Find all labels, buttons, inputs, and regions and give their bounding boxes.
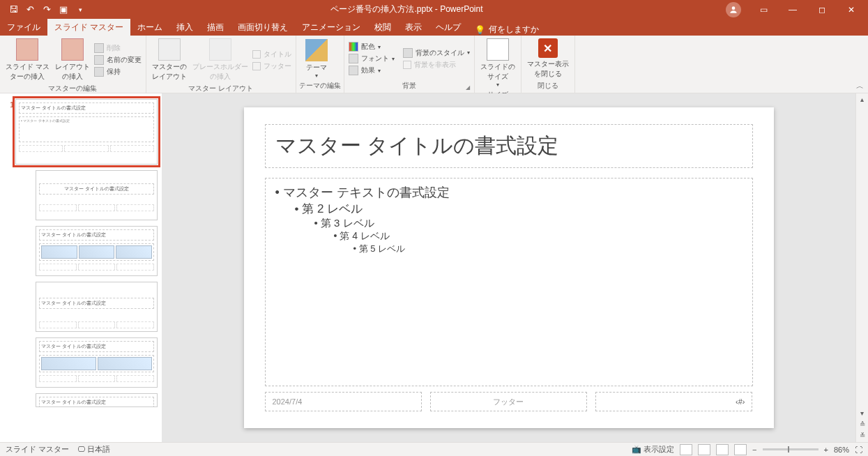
insert-slide-master-button[interactable]: スライド マス ターの挿入 — [3, 37, 52, 83]
close-master-icon: ✕ — [538, 38, 558, 58]
rename-icon — [94, 55, 104, 65]
rename-button[interactable]: 名前の変更 — [93, 54, 143, 66]
tab-home[interactable]: ホーム — [130, 19, 169, 36]
zoom-slider[interactable] — [763, 448, 818, 450]
body-level-2[interactable]: 第 2 レベル — [275, 201, 743, 217]
bg-style-button[interactable]: 背景のスタイル ▾ — [402, 47, 471, 59]
tab-review[interactable]: 校閲 — [367, 19, 398, 36]
layout-thumbnail[interactable]: マスター タイトルの書式設定 — [36, 226, 158, 276]
thumbnail-number: 1 — [4, 99, 14, 109]
tab-file[interactable]: ファイル — [0, 19, 47, 36]
ribbon-display-icon[interactable]: ▭ — [749, 0, 777, 19]
qat-dropdown-icon[interactable]: ▾ — [73, 2, 88, 17]
undo-icon[interactable]: ↶ — [22, 2, 38, 17]
body-level-4[interactable]: 第 4 レベル — [275, 230, 743, 243]
effects-icon — [349, 66, 358, 75]
tab-help[interactable]: ヘルプ — [429, 19, 468, 36]
view-mode-label: スライド マスター — [6, 444, 69, 455]
group-label-master-layout: マスター レイアウト — [149, 83, 293, 94]
effects-button[interactable]: 効果 ▾ — [347, 65, 396, 76]
reading-view-button[interactable] — [716, 444, 729, 455]
slide-number-placeholder[interactable]: ‹#› — [595, 392, 752, 411]
master-thumbnail[interactable]: マスター タイトルの書式設定 • マスター テキストの書式設定 — [15, 99, 158, 165]
maximize-button[interactable]: ◻ — [808, 0, 836, 19]
slide-canvas-area[interactable]: マスター タイトルの書式設定 マスター テキストの書式設定 第 2 レベル 第 … — [162, 93, 855, 442]
master-layout-button[interactable]: マスターの レイアウト — [149, 37, 190, 83]
hide-bg-checkbox: 背景を非表示 — [402, 59, 471, 70]
group-theme: テーマ▾ テーマの編集 — [296, 36, 344, 93]
next-slide-icon[interactable]: ≚ — [856, 430, 868, 442]
slide-size-icon — [487, 38, 509, 61]
tab-animations[interactable]: アニメーション — [295, 19, 367, 36]
body-level-1[interactable]: マスター テキストの書式設定 — [275, 184, 743, 201]
placeholder-icon — [209, 38, 231, 61]
slideshow-button[interactable] — [734, 444, 747, 455]
group-label-background: 背景◢ — [347, 80, 471, 91]
tab-view[interactable]: 表示 — [398, 19, 429, 36]
chevron-down-icon: ▾ — [392, 56, 395, 62]
vertical-scrollbar[interactable]: ▴ ▾ ≙ ≚ — [855, 93, 868, 442]
document-title: ページ番号の挿入方法.pptx - PowerPoint — [88, 3, 726, 15]
language-indicator[interactable]: 🖵 日本語 — [77, 444, 110, 455]
save-icon[interactable]: 🖫 — [6, 2, 21, 17]
layout-thumbnail[interactable]: マスター タイトルの書式設定 — [36, 393, 158, 407]
group-close: ✕マスター表示 を閉じる 閉じる — [521, 36, 575, 93]
zoom-out-button[interactable]: − — [752, 446, 756, 454]
lightbulb-icon: 💡 — [475, 25, 485, 35]
scroll-up-icon[interactable]: ▴ — [856, 93, 868, 106]
close-master-button[interactable]: ✕マスター表示 を閉じる — [524, 37, 572, 80]
tab-transitions[interactable]: 画面切り替え — [231, 19, 295, 36]
user-avatar-icon[interactable] — [726, 2, 741, 17]
chevron-down-icon: ▾ — [467, 50, 470, 56]
colors-icon — [349, 42, 358, 52]
chevron-up-icon: ︿ — [856, 81, 864, 91]
preserve-button[interactable]: 保持 — [93, 66, 143, 77]
tab-draw[interactable]: 描画 — [200, 19, 231, 36]
title-bar: 🖫 ↶ ↷ ▣ ▾ ページ番号の挿入方法.pptx - PowerPoint ▭… — [0, 0, 868, 19]
thumb-title: マスター タイトルの書式設定 — [39, 341, 154, 352]
title-checkbox: タイトル — [251, 49, 293, 60]
tab-insert[interactable]: 挿入 — [169, 19, 200, 36]
fonts-button[interactable]: フォント ▾ — [347, 53, 396, 64]
group-label-theme: テーマの編集 — [299, 80, 341, 91]
fit-to-window-button[interactable]: ⛶ — [855, 446, 862, 454]
body-placeholder[interactable]: マスター テキストの書式設定 第 2 レベル 第 3 レベル 第 4 レベル 第… — [265, 178, 753, 386]
tell-me-label: 何をしますか — [489, 24, 539, 36]
normal-view-button[interactable] — [680, 444, 692, 455]
tell-me-search[interactable]: 💡 何をしますか — [475, 24, 539, 36]
master-thumbnail-row[interactable]: 1 マスター タイトルの書式設定 • マスター テキストの書式設定 — [0, 98, 162, 170]
chevron-down-icon: ▾ — [496, 82, 499, 88]
insert-master-icon — [16, 38, 38, 61]
thumbnail-panel[interactable]: 1 マスター タイトルの書式設定 • マスター テキストの書式設定 マスター タ… — [0, 93, 162, 442]
chevron-down-icon: ▾ — [315, 73, 318, 79]
thumb-title: マスター タイトルの書式設定 — [39, 183, 154, 195]
layout-thumbnail[interactable]: マスター タイトルの書式設定 — [36, 337, 158, 388]
body-level-3[interactable]: 第 3 レベル — [275, 217, 743, 230]
slide-sorter-button[interactable] — [698, 444, 710, 455]
slide-size-button[interactable]: スライドの サイズ▾ — [478, 37, 518, 89]
thumb-body: • マスター テキストの書式設定 — [19, 116, 154, 142]
master-layout-icon — [158, 38, 181, 61]
collapse-ribbon-button[interactable]: ︿ — [575, 36, 868, 93]
checkbox-icon — [403, 61, 411, 69]
start-from-beginning-icon[interactable]: ▣ — [56, 2, 71, 17]
layout-thumbnail[interactable]: マスター タイトルの書式設定 — [36, 282, 158, 332]
dialog-launcher-icon[interactable]: ◢ — [466, 84, 470, 91]
redo-icon[interactable]: ↷ — [39, 2, 54, 17]
minimize-button[interactable]: ― — [779, 0, 807, 19]
body-level-5[interactable]: 第 5 レベル — [275, 243, 743, 255]
display-settings-button[interactable]: 📺 表示設定 — [632, 444, 674, 455]
layout-thumbnail[interactable]: マスター タイトルの書式設定 — [36, 170, 158, 220]
insert-layout-button[interactable]: レイアウト の挿入 — [52, 37, 93, 83]
group-master-layout: マスターの レイアウト プレースホルダー の挿入 タイトル フッター マスター … — [146, 36, 296, 93]
tab-slide-master[interactable]: スライド マスター — [47, 19, 130, 36]
footer-placeholder[interactable]: フッター — [430, 392, 587, 411]
zoom-in-button[interactable]: + — [824, 446, 828, 454]
theme-button[interactable]: テーマ▾ — [299, 38, 334, 80]
date-placeholder[interactable]: 2024/7/4 — [265, 392, 422, 411]
title-placeholder[interactable]: マスター タイトルの書式設定 — [265, 124, 753, 168]
colors-button[interactable]: 配色 ▾ — [347, 41, 396, 52]
slide-master-canvas[interactable]: マスター タイトルの書式設定 マスター テキストの書式設定 第 2 レベル 第 … — [244, 107, 774, 428]
zoom-level[interactable]: 86% — [834, 446, 849, 454]
close-button[interactable]: ✕ — [837, 0, 865, 19]
